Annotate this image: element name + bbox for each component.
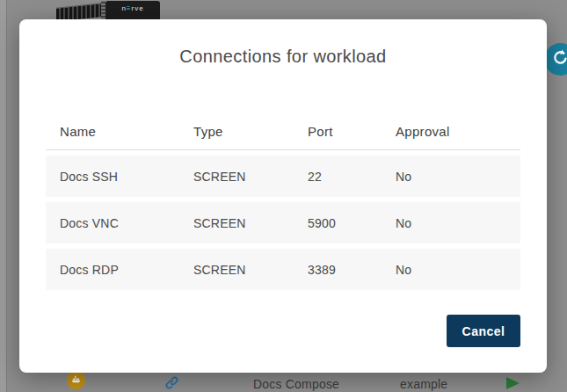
cell-port: 22 <box>294 170 382 184</box>
nerve-device-image: n≡rve <box>56 0 160 19</box>
header-type: Type <box>179 125 294 139</box>
modal-title: Connections for workload <box>19 47 547 67</box>
connections-table: Name Type Port Approval Docs SSH SCREEN … <box>46 125 520 290</box>
table-row[interactable]: Docs SSH SCREEN 22 No <box>46 156 520 197</box>
sidebar-edge <box>0 0 7 392</box>
cell-name: Docs VNC <box>46 216 179 230</box>
table-header-row: Name Type Port Approval <box>46 125 520 150</box>
table-row[interactable]: Docs RDP SCREEN 3389 No <box>46 249 520 290</box>
cell-approval: No <box>382 216 520 230</box>
play-icon[interactable] <box>506 377 520 389</box>
bg-workload-version: example <box>400 377 479 391</box>
header-name: Name <box>46 125 179 139</box>
cell-type: SCREEN <box>179 263 294 277</box>
cell-type: SCREEN <box>179 170 294 184</box>
cell-approval: No <box>382 263 520 277</box>
cell-name: Docs SSH <box>46 170 179 184</box>
refresh-icon <box>551 48 567 70</box>
cancel-button[interactable]: Cancel <box>447 315 520 347</box>
header-approval: Approval <box>382 125 520 139</box>
cell-approval: No <box>382 170 520 184</box>
table-row[interactable]: Docs VNC SCREEN 5900 No <box>46 202 520 243</box>
refresh-button[interactable] <box>544 43 567 76</box>
nerve-logo: n≡rve <box>105 1 160 19</box>
docker-compose-icon <box>70 373 82 388</box>
bg-workload-name: Docs Compose <box>253 377 359 391</box>
docker-compose-badge <box>67 371 85 389</box>
cell-port: 5900 <box>294 216 382 230</box>
connections-modal: Connections for workload Name Type Port … <box>19 19 547 373</box>
remote-link-icon <box>164 375 179 390</box>
cell-name: Docs RDP <box>46 263 179 277</box>
cell-type: SCREEN <box>179 216 294 230</box>
header-port: Port <box>294 125 382 139</box>
cell-port: 3389 <box>294 263 382 277</box>
screen: n≡rve <box>0 0 567 392</box>
